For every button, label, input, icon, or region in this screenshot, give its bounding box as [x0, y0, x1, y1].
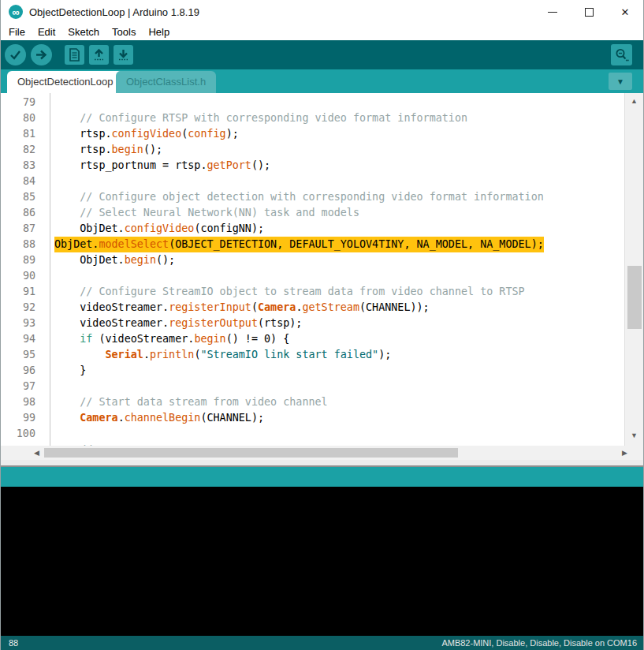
code-line[interactable]: 87 ObjDet.configVideo(configNN); — [1, 221, 624, 237]
code-line[interactable]: 96 } — [1, 363, 624, 379]
new-sketch-button[interactable] — [65, 45, 84, 65]
line-number: 92 — [1, 300, 35, 316]
code-line[interactable]: 83 rtsp_portnum = rtsp.getPort(); — [1, 158, 624, 174]
code-text[interactable]: // Configure object detection with corre… — [54, 189, 544, 205]
arduino-logo-icon: ∞ — [9, 5, 23, 19]
code-line[interactable]: 79 — [1, 95, 624, 110]
code-line[interactable]: 90 — [1, 268, 624, 284]
console-output — [1, 487, 643, 636]
check-icon — [9, 48, 22, 62]
line-number: 85 — [1, 189, 35, 205]
code-line[interactable]: 100 — [1, 426, 624, 442]
code-text[interactable]: Camera.channelBegin(CHANNEL); — [54, 410, 264, 426]
code-line[interactable]: 93 videoStreamer.registerOutput(rtsp); — [1, 316, 624, 331]
code-text[interactable]: // Configure StreamIO object to stream d… — [54, 284, 525, 300]
code-text[interactable]: rtsp.configVideo(config); — [54, 126, 239, 142]
code-line[interactable]: 98 // Start data stream from video chann… — [1, 394, 624, 410]
minimize-button[interactable] — [534, 0, 571, 24]
line-number: 99 — [1, 410, 35, 426]
magnifier-icon — [614, 47, 629, 62]
code-line[interactable]: 95 Serial.println("StreamIO link start f… — [1, 347, 624, 363]
line-number: 86 — [1, 205, 35, 221]
line-number: 82 — [1, 142, 35, 158]
code-line[interactable]: 94 if (videoStreamer.begin() != 0) { — [1, 331, 624, 347]
code-line[interactable]: 91 // Configure StreamIO object to strea… — [1, 284, 624, 300]
scroll-left-icon[interactable]: ◀ — [34, 450, 39, 457]
close-icon: ✕ — [621, 6, 630, 18]
menu-item-tools[interactable]: Tools — [106, 24, 142, 40]
arrow-down-icon — [117, 48, 130, 62]
window-controls: ✕ — [534, 0, 643, 24]
code-text[interactable]: // Start data stream from video channel — [54, 394, 328, 410]
horizontal-scrollbar[interactable]: ◀ ▶ — [1, 446, 643, 460]
tab-strip: ObjectDetectionLoop ObjectClassList.h ▼ — [1, 69, 643, 93]
line-number: 79 — [1, 95, 35, 110]
code-line[interactable]: 84 — [1, 174, 624, 189]
line-number: 96 — [1, 363, 35, 379]
window-title: ObjectDetectionLoop | Arduino 1.8.19 — [29, 6, 199, 18]
code-line[interactable]: 86 // Select Neural Network(NN) task and… — [1, 205, 624, 221]
serial-monitor-button[interactable] — [611, 44, 632, 65]
horizontal-scrollbar-thumb[interactable] — [44, 448, 458, 458]
line-number: 93 — [1, 316, 35, 331]
code-line[interactable]: 88ObjDet.modelSelect(OBJECT_DETECTION, D… — [1, 237, 624, 252]
save-button[interactable] — [114, 45, 133, 65]
upload-button[interactable] — [31, 44, 52, 65]
code-line[interactable]: 85 // Configure object detection with co… — [1, 189, 624, 205]
title-bar: ∞ ObjectDetectionLoop | Arduino 1.8.19 ✕ — [1, 0, 643, 24]
code-line[interactable]: 89 ObjDet.begin(); — [1, 252, 624, 268]
verify-button[interactable] — [5, 44, 26, 65]
highlighted-code-text[interactable]: ObjDet.modelSelect(OBJECT_DETECTION, DEF… — [54, 237, 544, 252]
code-line[interactable]: 82 rtsp.begin(); — [1, 142, 624, 158]
code-line[interactable]: 81 rtsp.configVideo(config); — [1, 126, 624, 142]
scroll-down-icon[interactable]: ▼ — [631, 432, 638, 439]
line-number: 81 — [1, 126, 35, 142]
code-text[interactable]: rtsp_portnum = rtsp.getPort(); — [54, 158, 270, 174]
menu-item-edit[interactable]: Edit — [32, 24, 61, 40]
line-number: 94 — [1, 331, 35, 347]
code-text[interactable]: } — [54, 363, 86, 379]
menu-bar: FileEditSketchToolsHelp — [1, 24, 643, 40]
code-text[interactable]: // Configure RTSP with corresponding vid… — [54, 110, 467, 126]
close-button[interactable]: ✕ — [607, 0, 643, 24]
arduino-ide-window: ∞ ObjectDetectionLoop | Arduino 1.8.19 ✕… — [0, 0, 644, 650]
code-line[interactable]: 92 videoStreamer.registerInput(Camera.ge… — [1, 300, 624, 316]
code-text[interactable]: videoStreamer.registerOutput(rtsp); — [54, 316, 302, 331]
vertical-scrollbar[interactable]: ▲ ▼ — [624, 93, 643, 446]
code-text[interactable]: ObjDet.configVideo(configNN); — [54, 221, 264, 237]
menu-item-sketch[interactable]: Sketch — [61, 24, 106, 40]
line-number: 91 — [1, 284, 35, 300]
code-text[interactable]: videoStreamer.registerInput(Camera.getSt… — [54, 300, 430, 316]
bottom-status-bar: 88 AMB82-MINI, Disable, Disable, Disable… — [1, 636, 643, 650]
maximize-button[interactable] — [571, 0, 607, 24]
line-number: 100 — [1, 426, 35, 442]
line-number: 95 — [1, 347, 35, 363]
code-text[interactable]: if (videoStreamer.begin() != 0) { — [54, 331, 289, 347]
line-number: 97 — [1, 379, 35, 394]
tab-menu-button[interactable]: ▼ — [609, 73, 632, 90]
code-text[interactable]: Serial.println("StreamIO link start fail… — [54, 347, 391, 363]
line-number: 98 — [1, 394, 35, 410]
vertical-scrollbar-thumb[interactable] — [627, 266, 642, 329]
code-text[interactable]: rtsp.begin(); — [54, 142, 162, 158]
code-line[interactable]: 99 Camera.channelBegin(CHANNEL); — [1, 410, 624, 426]
frame-strip — [1, 460, 643, 465]
chevron-down-icon: ▼ — [616, 77, 624, 86]
scroll-right-icon[interactable]: ▶ — [622, 450, 627, 457]
menu-item-help[interactable]: Help — [142, 24, 176, 40]
open-button[interactable] — [89, 45, 109, 65]
scroll-up-icon[interactable]: ▲ — [631, 98, 638, 105]
cursor-line-indicator: 88 — [9, 638, 18, 648]
code-text[interactable]: ObjDet.begin(); — [54, 252, 175, 268]
toolbar — [1, 40, 643, 69]
code-editor[interactable]: 7980 // Configure RTSP with correspondin… — [1, 93, 624, 446]
menu-item-file[interactable]: File — [2, 24, 32, 40]
tab-objectdetectionloop[interactable]: ObjectDetectionLoop — [7, 71, 123, 93]
code-line[interactable]: 97 — [1, 379, 624, 394]
code-text[interactable]: // Select Neural Network(NN) task and mo… — [54, 205, 359, 221]
code-line[interactable]: 80 // Configure RTSP with corresponding … — [1, 110, 624, 126]
arrow-right-icon — [35, 48, 48, 62]
tab-objectclasslist[interactable]: ObjectClassList.h — [116, 71, 216, 93]
minimize-icon — [548, 12, 557, 13]
line-number: 87 — [1, 221, 35, 237]
